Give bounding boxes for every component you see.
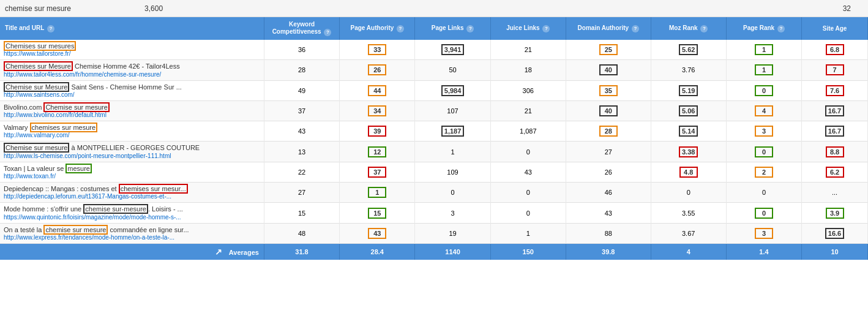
row-kw-comp: 22	[264, 162, 339, 182]
row-page-rank: 2	[726, 162, 801, 182]
row-domain-auth: 46	[566, 183, 651, 203]
pagelinks-help-icon[interactable]: ?	[466, 25, 474, 32]
footer-kw-avg: 31.8	[264, 243, 339, 260]
row-juice-links: 0	[490, 203, 566, 223]
pageauth-help-icon[interactable]: ?	[397, 25, 404, 32]
col-header-title: Title and URL ?	[0, 17, 264, 40]
row-url[interactable]: http://www.lexpress.fr/tendances/mode-ho…	[4, 234, 261, 241]
row-site-age: 16.6	[802, 223, 868, 243]
export-icon[interactable]: ↗	[215, 247, 222, 257]
row-juice-links: 18	[490, 60, 566, 80]
col-header-page-auth: Page Authority ?	[340, 17, 415, 40]
row-moz-rank: 0	[651, 183, 726, 203]
row-title: Chemise sur mesure à MONTPELLIER - GEORG…	[4, 143, 261, 152]
row-title: Mode homme : s'offrir une chemise sur-me…	[4, 205, 261, 213]
row-title-url: Chemises sur mesures https://www.tailors…	[0, 40, 264, 60]
row-title-url: Toxan | La valeur se mesure http://www.t…	[0, 162, 264, 182]
col-header-site-age: Site Age	[802, 17, 868, 40]
row-juice-links: 0	[490, 183, 566, 203]
row-url[interactable]: http://depiedencap.leforum.eu/t13617-Man…	[4, 193, 261, 200]
footer-export-averages: ↗ Averages	[0, 243, 264, 260]
row-title-url: Mode homme : s'offrir une chemise sur-me…	[0, 203, 264, 223]
row-site-age: 6.2	[802, 162, 868, 182]
row-site-age: 16.7	[802, 100, 868, 121]
row-title-url: Chemise sur mesure à MONTPELLIER - GEORG…	[0, 142, 264, 162]
footer-page-rank-avg: 1.4	[726, 243, 801, 260]
row-title: Depiedencap :: Mangas : costumes et chem…	[4, 184, 261, 193]
juicelinks-help-icon[interactable]: ?	[542, 25, 550, 32]
row-url[interactable]: https://www.tailorstore.fr/	[4, 50, 261, 58]
serp-table: Title and URL ? Keyword Competitiveness …	[0, 17, 868, 260]
row-url[interactable]: http://www.ls-chemise.com/point-mesure-m…	[4, 153, 261, 160]
row-site-age: ...	[802, 183, 868, 203]
row-site-age: 8.8	[802, 142, 868, 162]
row-kw-comp: 49	[264, 80, 339, 100]
row-title-url: On a testé la chemise sur mesure command…	[0, 223, 264, 243]
row-domain-auth: 28	[566, 121, 651, 142]
row-page-rank: 0	[726, 183, 801, 203]
row-moz-rank: 5.06	[651, 100, 726, 121]
row-page-links: 109	[415, 162, 490, 182]
row-moz-rank: 5.14	[651, 121, 726, 142]
row-url[interactable]: http://www.saintsens.com/	[4, 91, 261, 99]
footer-moz-rank-avg: 4	[651, 243, 726, 260]
footer-site-age-avg: 10	[802, 243, 868, 260]
domainauth-help-icon[interactable]: ?	[632, 25, 639, 32]
count-label: 32	[843, 4, 851, 13]
row-page-auth: 1	[340, 183, 415, 203]
row-page-auth: 12	[340, 142, 415, 162]
table-row: Bivolino.com Chemise sur mesure http://w…	[0, 100, 868, 121]
mozrank-help-icon[interactable]: ?	[700, 25, 708, 32]
row-juice-links: 306	[490, 80, 566, 100]
row-url[interactable]: http://www.toxan.fr/	[4, 173, 261, 180]
row-domain-auth: 40	[566, 100, 651, 121]
footer-domain-auth-avg: 39.8	[566, 243, 651, 260]
row-title: Chemises sur Mesure Chemise Homme 42€ - …	[4, 62, 261, 70]
top-bar: chemise sur mesure 3,600 32	[0, 0, 868, 17]
row-kw-comp: 37	[264, 100, 339, 121]
row-page-links: 19	[415, 223, 490, 243]
row-page-auth: 26	[340, 60, 415, 80]
row-page-auth: 33	[340, 40, 415, 60]
row-title: Bivolino.com Chemise sur mesure	[4, 103, 261, 112]
row-moz-rank: 5.19	[651, 80, 726, 100]
row-kw-comp: 15	[264, 203, 339, 223]
row-page-links: 50	[415, 60, 490, 80]
table-row: Chemises sur Mesure Chemise Homme 42€ - …	[0, 60, 868, 80]
row-page-auth: 15	[340, 203, 415, 223]
row-page-auth: 39	[340, 121, 415, 142]
row-page-links: 5,984	[415, 80, 490, 100]
row-domain-auth: 43	[566, 203, 651, 223]
row-title: On a testé la chemise sur mesure command…	[4, 225, 261, 234]
row-page-rank: 1	[726, 40, 801, 60]
col-header-kw-comp: Keyword Competitiveness ?	[264, 17, 339, 40]
row-moz-rank: 5.62	[651, 40, 726, 60]
row-url[interactable]: http://www.tailor4less.com/fr/homme/chem…	[4, 71, 261, 78]
row-moz-rank: 3.38	[651, 142, 726, 162]
row-domain-auth: 26	[566, 162, 651, 182]
title-help-icon[interactable]: ?	[47, 25, 54, 32]
row-title: Valmary chemises sur mesure	[4, 123, 261, 132]
row-page-links: 3,941	[415, 40, 490, 60]
row-page-links: 0	[415, 183, 490, 203]
row-kw-comp: 36	[264, 40, 339, 60]
row-url[interactable]: http://www.valmary.com/	[4, 132, 261, 139]
row-title-url: Depiedencap :: Mangas : costumes et chem…	[0, 183, 264, 203]
row-page-rank: 1	[726, 60, 801, 80]
pagerank-help-icon[interactable]: ?	[777, 25, 785, 32]
row-juice-links: 1	[490, 223, 566, 243]
row-url[interactable]: https://www.quintonic.fr/loisirs/magazin…	[4, 214, 261, 221]
row-site-age: 16.7	[802, 121, 868, 142]
kwcomp-help-icon[interactable]: ?	[324, 29, 331, 36]
footer-page-auth-avg: 28.4	[340, 243, 415, 260]
row-juice-links: 43	[490, 162, 566, 182]
col-header-moz-rank: Moz Rank ?	[651, 17, 726, 40]
row-title-url: Chemises sur Mesure Chemise Homme 42€ - …	[0, 60, 264, 80]
row-url[interactable]: http://www.bivolino.com/fr/default.html	[4, 112, 261, 119]
row-title-url: Valmary chemises sur mesure http://www.v…	[0, 121, 264, 142]
footer-page-links-avg: 1140	[415, 243, 490, 260]
header-row: Title and URL ? Keyword Competitiveness …	[0, 17, 868, 40]
row-site-age: 3.9	[802, 203, 868, 223]
row-juice-links: 0	[490, 142, 566, 162]
row-kw-comp: 13	[264, 142, 339, 162]
